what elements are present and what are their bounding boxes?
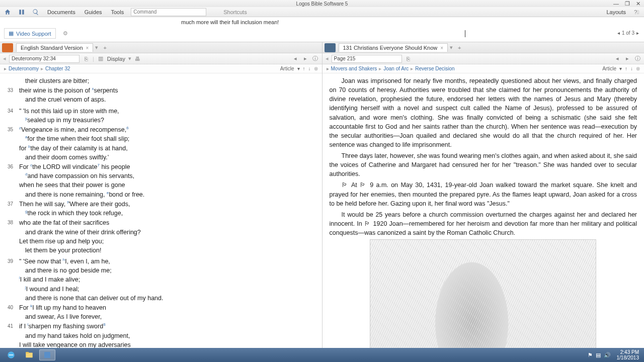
footnote-marker[interactable]: b	[28, 144, 30, 149]
crumb-chevron-icon[interactable]: ▸	[327, 66, 329, 71]
crumb-chapter[interactable]: Chapter 32	[45, 66, 70, 71]
window-titlebar: Logos Bible Software 5 — ❐ ✕	[0, 0, 644, 7]
article-chevron-icon[interactable]: ▾	[619, 66, 622, 71]
crumb-book[interactable]: Deuteronomy	[9, 66, 39, 71]
verse-row: 39" 'See now that hI, even I, am he,and …	[7, 257, 313, 303]
tab-dropdown-icon[interactable]: ▾	[450, 44, 453, 51]
footnote-marker[interactable]: x	[92, 86, 94, 91]
layouts-menu[interactable]: Layouts	[604, 9, 628, 15]
parallel-icon[interactable]: ⎘	[83, 55, 90, 62]
video-support-button[interactable]: ▦ Video Support	[4, 28, 56, 39]
article-chevron-icon[interactable]: ▾	[297, 66, 300, 71]
search-icon[interactable]	[31, 8, 40, 17]
pager-next-icon[interactable]: ▸	[636, 30, 639, 36]
verse-number: 41	[7, 322, 15, 348]
tray-flag-icon[interactable]: ⚑	[588, 352, 593, 358]
reference-input[interactable]	[9, 55, 79, 63]
footnote-marker[interactable]: 8	[103, 322, 105, 327]
verse-number	[7, 105, 15, 106]
add-tab-button[interactable]: +	[100, 45, 109, 51]
display-dropdown[interactable]: Display	[107, 56, 125, 62]
verse-number: 35	[7, 125, 15, 162]
footnote-marker[interactable]: y	[25, 116, 27, 121]
article-label[interactable]: Article	[602, 66, 616, 71]
truncated-result-text: much more will their full inclusion mean…	[181, 19, 279, 25]
footnote-marker[interactable]: 7	[97, 163, 99, 167]
left-panel: English Standard Version × ▾ + ◂ ⎘ | ▥ D…	[0, 42, 323, 348]
shortcuts-label[interactable]: Shortcuts	[221, 9, 249, 15]
article-paragraph: Joan was imprisoned for nearly five mont…	[330, 76, 637, 149]
library-icon[interactable]	[17, 8, 26, 17]
locator-next-icon[interactable]: ▸	[624, 55, 631, 62]
parallel-icon[interactable]: ⎘	[405, 55, 412, 62]
gear-icon[interactable]: ⚙	[63, 30, 68, 37]
locator-prev-icon[interactable]: ◂	[292, 55, 299, 62]
help-icon[interactable]: ?⃝	[632, 8, 641, 17]
crumb-section[interactable]: Movers and Shakers	[331, 66, 377, 71]
tab-131-christians[interactable]: 131 Christians Everyone Should Know ×	[339, 43, 448, 52]
print-icon[interactable]: 🖶	[134, 55, 141, 62]
footnote-marker[interactable]: i	[19, 276, 20, 280]
columns-icon[interactable]: ▥	[97, 55, 104, 62]
nav-down-icon[interactable]: ↓	[308, 66, 311, 71]
command-input[interactable]	[131, 8, 206, 16]
maximize-button[interactable]: ❐	[623, 1, 631, 7]
display-chevron-icon[interactable]: ▾	[128, 55, 131, 62]
footnote-marker[interactable]: z	[19, 126, 21, 130]
close-tab-icon[interactable]: ×	[440, 45, 443, 51]
article-label[interactable]: Article	[280, 66, 294, 71]
taskbar-ie-icon[interactable]	[3, 349, 19, 360]
close-locator-icon[interactable]: ⊗	[314, 66, 318, 71]
info-icon[interactable]: ⓘ	[634, 55, 641, 62]
minimize-button[interactable]: —	[612, 1, 620, 7]
footnote-marker[interactable]: e	[107, 191, 109, 195]
close-tab-icon[interactable]: ×	[86, 45, 89, 51]
tab-dropdown-icon[interactable]: ▾	[95, 44, 98, 51]
home-icon[interactable]	[3, 8, 12, 17]
add-tab-button[interactable]: +	[455, 45, 464, 51]
resource-cover-icon[interactable]	[2, 43, 13, 52]
menu-documents[interactable]: Documents	[45, 9, 77, 15]
info-icon[interactable]: ⓘ	[312, 55, 319, 62]
article-paragraph: 🏳 At 🏳 9 a.m. on May 30, 1431, 19-year-o…	[330, 180, 637, 208]
locator-next-icon[interactable]: ▸	[302, 55, 309, 62]
taskbar-explorer-icon[interactable]	[21, 349, 37, 360]
back-icon[interactable]: ◂	[326, 55, 329, 62]
footnote-marker[interactable]: h	[63, 257, 65, 262]
resource-cover-icon[interactable]	[325, 43, 336, 52]
tray-volume-icon[interactable]: 🔊	[604, 352, 611, 358]
menu-guides[interactable]: Guides	[83, 9, 104, 15]
crumb-chevron-icon[interactable]: ▸	[4, 66, 7, 71]
menu-tools[interactable]: Tools	[109, 9, 126, 15]
crumb-heading[interactable]: Reverse Decision	[415, 66, 454, 71]
back-icon[interactable]: ◂	[3, 55, 6, 62]
footnote-marker[interactable]: j	[25, 285, 26, 290]
pager-prev-icon[interactable]: ◂	[617, 30, 620, 36]
tray-network-icon[interactable]: ▤	[596, 352, 601, 358]
verse-text: zVengeance is mine, and recompense,6afor…	[15, 125, 313, 162]
verse-row: 37Then he will say, f'Where are their go…	[7, 200, 313, 218]
system-clock[interactable]: 2:43 PM 1/18/2013	[617, 349, 641, 360]
go-box-input[interactable]	[87, 28, 617, 39]
footnote-marker[interactable]: g	[25, 209, 27, 214]
nav-up-icon[interactable]: ↑	[625, 66, 627, 71]
right-panel: 131 Christians Everyone Should Know × ▾ …	[323, 42, 645, 348]
footnote-marker[interactable]: 6	[126, 126, 128, 130]
footnote-marker[interactable]: k	[30, 304, 32, 308]
footnote-marker[interactable]: l	[28, 322, 29, 327]
close-locator-icon[interactable]: ⊗	[636, 66, 640, 71]
footnote-marker[interactable]: c	[30, 163, 32, 167]
nav-down-icon[interactable]: ↓	[630, 66, 633, 71]
page-input[interactable]	[332, 55, 402, 63]
footnote-marker[interactable]: f	[67, 200, 68, 205]
locator-prev-icon[interactable]: ◂	[614, 55, 621, 62]
verse-row: 41if I lsharpen my flashing sword8and my…	[7, 322, 313, 348]
close-button[interactable]: ✕	[634, 1, 642, 7]
footnote-marker[interactable]: a	[25, 135, 27, 139]
text-cursor	[465, 30, 465, 37]
tab-esv[interactable]: English Standard Version ×	[16, 43, 93, 52]
nav-up-icon[interactable]: ↑	[303, 66, 305, 71]
crumb-person[interactable]: Joan of Arc	[383, 66, 409, 71]
taskbar-logos-icon[interactable]	[39, 349, 55, 360]
footnote-marker[interactable]: d	[25, 172, 27, 176]
